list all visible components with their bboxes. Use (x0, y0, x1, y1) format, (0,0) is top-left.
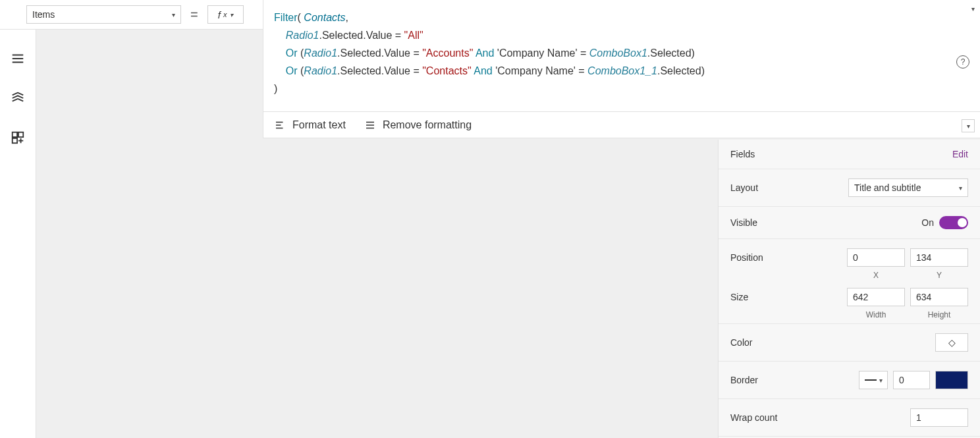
hamburger-icon[interactable] (11, 51, 25, 66)
svg-rect-1 (18, 132, 23, 137)
formula-format-bar: Format text Remove formatting ▾ (263, 111, 980, 138)
sublabel-width: Width (847, 310, 905, 319)
border-width-input[interactable]: 0 (893, 371, 930, 389)
prop-visible-label: Visible (730, 217, 921, 228)
sublabel-height: Height (910, 310, 968, 319)
sublabel-x: X (847, 271, 905, 280)
chevron-down-icon: ▾ (879, 377, 883, 384)
left-rail (0, 30, 36, 438)
wrap-count-input[interactable]: 1 (910, 408, 968, 427)
format-text-label: Format text (292, 119, 346, 131)
fields-edit-link[interactable]: Edit (952, 149, 968, 159)
position-y-input[interactable]: 134 (910, 248, 968, 267)
size-width-input[interactable]: 642 (847, 288, 905, 306)
position-x-input[interactable]: 0 (847, 248, 905, 267)
chevron-down-icon: ▾ (230, 11, 233, 18)
formula-editor[interactable]: Filter( Contacts, Radio1.Selected.Value … (263, 7, 980, 111)
tree-view-icon[interactable] (11, 91, 25, 105)
remove-formatting-label: Remove formatting (383, 119, 472, 131)
remove-formatting-button[interactable]: Remove formatting (364, 119, 472, 131)
visible-toggle[interactable] (939, 216, 968, 229)
chevron-down-icon[interactable]: ▾ (971, 5, 975, 13)
svg-rect-0 (13, 132, 17, 137)
equals-sign: = (190, 7, 198, 22)
prop-border-label: Border (730, 375, 859, 385)
prop-wrap-label: Wrap count (730, 412, 910, 423)
help-icon[interactable]: ? (956, 55, 969, 68)
border-color-swatch[interactable] (935, 371, 968, 389)
color-swatch[interactable]: ◇ (935, 333, 968, 352)
format-text-button[interactable]: Format text (274, 119, 346, 131)
formula-bar-expanded: ▾ ? Filter( Contacts, Radio1.Selected.Va… (263, 0, 980, 138)
property-dropdown-value: Items (32, 9, 55, 20)
remove-formatting-icon (364, 119, 376, 131)
prop-size-label: Size (730, 292, 847, 302)
layout-dropdown-value: Title and subtitle (854, 182, 921, 193)
fx-button[interactable]: fx ▾ (207, 5, 244, 24)
format-text-icon (274, 119, 286, 131)
svg-rect-2 (13, 138, 17, 143)
properties-panel: Fields Edit Layout Title and subtitle ▾ … (718, 140, 980, 438)
chevron-down-icon[interactable]: ▾ (962, 119, 975, 132)
prop-layout-label: Layout (730, 182, 848, 193)
sublabel-y: Y (910, 271, 968, 280)
size-height-input[interactable]: 634 (910, 288, 968, 306)
layout-dropdown[interactable]: Title and subtitle ▾ (848, 178, 968, 197)
prop-color-label: Color (730, 337, 935, 348)
visible-on-label: On (921, 217, 934, 228)
property-dropdown[interactable]: Items ▾ (26, 5, 181, 24)
chevron-down-icon: ▾ (959, 184, 962, 192)
insert-icon[interactable] (11, 130, 25, 145)
paint-icon: ◇ (948, 337, 956, 348)
border-style-dropdown[interactable]: ▾ (859, 371, 888, 389)
prop-position-label: Position (730, 252, 847, 263)
prop-fields-label: Fields (730, 149, 952, 159)
chevron-down-icon: ▾ (172, 11, 175, 18)
